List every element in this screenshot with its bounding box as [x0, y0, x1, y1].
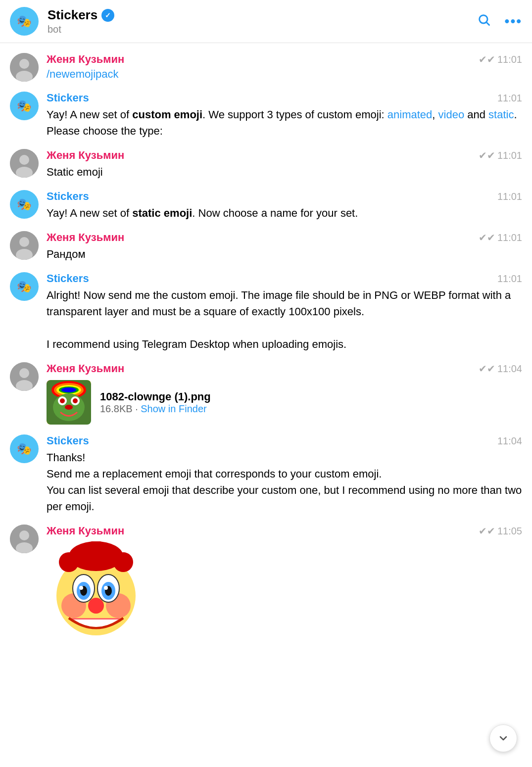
- message-content: Женя Кузьмин ✔✔ 11:04: [47, 362, 522, 425]
- message-header: Женя Кузьмин ✔✔ 11:04: [47, 362, 522, 375]
- message-row: 🎭 Stickers 11:04 Thanks! Send me a repla…: [0, 430, 532, 520]
- message-header: Женя Кузьмин ✔✔ 11:01: [47, 149, 522, 162]
- sticker-message: [47, 541, 522, 640]
- sender-name: Женя Кузьмин: [47, 53, 124, 66]
- message-time: ✔✔ 11:01: [479, 149, 522, 161]
- message-text: /newemojipack: [47, 68, 522, 81]
- header-icons: •••: [477, 13, 522, 30]
- message-row: Женя Кузьмин ✔✔ 11:04: [0, 357, 532, 430]
- message-text: Static emoji: [47, 164, 522, 180]
- user-avatar: [10, 53, 39, 82]
- header-name: Stickers ✓: [48, 7, 477, 23]
- sender-name: Stickers: [47, 92, 89, 104]
- message-time: 11:01: [497, 273, 522, 285]
- message-header: Женя Кузьмин ✔✔ 11:05: [47, 525, 522, 537]
- file-thumbnail: [47, 380, 91, 425]
- message-text: Рандом: [47, 246, 522, 262]
- sender-name: Stickers: [47, 272, 89, 285]
- sender-name: Женя Кузьмин: [47, 149, 124, 162]
- svg-point-25: [65, 405, 73, 410]
- double-check-icon: ✔✔: [479, 525, 495, 537]
- message-time: ✔✔ 11:04: [479, 363, 522, 375]
- message-row: 🎭 Stickers 11:01 Yay! A new set of stati…: [0, 185, 532, 226]
- bot-avatar: 🎭: [10, 272, 39, 301]
- header-avatar: 🎭: [10, 7, 39, 36]
- user-avatar: [10, 231, 39, 260]
- message-content: Женя Кузьмин ✔✔ 11:01 Рандом: [47, 231, 522, 262]
- user-avatar: [10, 362, 39, 391]
- message-text: Alright! Now send me the custom emoji. T…: [47, 287, 522, 352]
- svg-point-24: [73, 398, 78, 403]
- message-content: Женя Кузьмин ✔✔ 11:01 Static emoji: [47, 149, 522, 180]
- message-header: Stickers 11:04: [47, 434, 522, 447]
- message-row: Женя Кузьмин ✔✔ 11:05: [0, 520, 532, 645]
- message-row: Женя Кузьмин ✔✔ 11:01 /newemojipack: [0, 48, 532, 87]
- message-row: 🎭 Stickers 11:01 Yay! A new set of custo…: [0, 87, 532, 144]
- message-text: Thanks! Send me a replacement emoji that…: [47, 449, 522, 515]
- bot-name: Stickers: [48, 7, 97, 23]
- header-subtitle: bot: [48, 24, 477, 35]
- svg-point-9: [19, 237, 29, 247]
- message-row: 🎭 Stickers 11:01 Alright! Now send me th…: [0, 267, 532, 357]
- message-text: Yay! A new set of static emoji. Now choo…: [47, 205, 522, 221]
- sender-name: Stickers: [47, 434, 89, 447]
- sender-name: Женя Кузьмин: [47, 362, 124, 375]
- message-time: 11:01: [497, 93, 522, 104]
- message-content: Женя Кузьмин ✔✔ 11:05: [47, 525, 522, 640]
- message-header: Stickers 11:01: [47, 92, 522, 104]
- double-check-icon: ✔✔: [479, 363, 495, 375]
- message-header: Женя Кузьмин ✔✔ 11:01: [47, 231, 522, 244]
- svg-point-3: [19, 59, 29, 69]
- message-time: 11:01: [497, 191, 522, 202]
- double-check-icon: ✔✔: [479, 149, 495, 161]
- file-meta: 16.8KB · Show in Finder: [100, 403, 211, 415]
- svg-point-6: [19, 155, 29, 165]
- message-text: Yay! A new set of custom emoji. We suppo…: [47, 106, 522, 139]
- show-in-finder-link[interactable]: Show in Finder: [141, 403, 206, 414]
- svg-point-39: [104, 586, 108, 590]
- chat-area: Женя Кузьмин ✔✔ 11:01 /newemojipack 🎭 St…: [0, 43, 532, 650]
- search-icon[interactable]: [477, 13, 491, 30]
- chat-header: 🎭 Stickers ✓ bot •••: [0, 0, 532, 43]
- message-time: ✔✔ 11:01: [479, 232, 522, 243]
- file-info: 1082-clownge (1).png 16.8KB · Show in Fi…: [100, 390, 211, 415]
- scroll-down-button[interactable]: [489, 724, 517, 752]
- svg-point-40: [88, 598, 104, 614]
- bot-avatar: 🎭: [10, 190, 39, 219]
- svg-point-12: [19, 368, 29, 378]
- svg-point-19: [61, 387, 76, 392]
- verified-badge: ✓: [101, 9, 114, 22]
- message-row: Женя Кузьмин ✔✔ 11:01 Static emoji: [0, 144, 532, 185]
- double-check-icon: ✔✔: [479, 53, 495, 65]
- message-time: ✔✔ 11:05: [479, 525, 522, 537]
- header-info: Stickers ✓ bot: [48, 7, 477, 35]
- sender-name: Женя Кузьмин: [47, 231, 124, 244]
- message-content: Stickers 11:04 Thanks! Send me a replace…: [47, 434, 522, 515]
- double-check-icon: ✔✔: [479, 232, 495, 243]
- message-row: Женя Кузьмин ✔✔ 11:01 Рандом: [0, 226, 532, 267]
- user-avatar: [10, 525, 39, 553]
- message-time: ✔✔ 11:01: [479, 53, 522, 65]
- message-time: 11:04: [497, 435, 522, 447]
- svg-point-27: [19, 530, 29, 540]
- sticker-image: [47, 541, 145, 640]
- message-content: Stickers 11:01 Alright! Now send me the …: [47, 272, 522, 352]
- message-content: Stickers 11:01 Yay! A new set of custom …: [47, 92, 522, 139]
- svg-point-38: [79, 586, 83, 590]
- message-header: Stickers 11:01: [47, 272, 522, 285]
- sender-name: Женя Кузьмин: [47, 525, 124, 537]
- sender-name: Stickers: [47, 190, 89, 203]
- bot-avatar: 🎭: [10, 434, 39, 463]
- message-header: Stickers 11:01: [47, 190, 522, 203]
- file-attachment: 1082-clownge (1).png 16.8KB · Show in Fi…: [47, 380, 522, 425]
- bot-avatar: 🎭: [10, 92, 39, 120]
- message-content: Stickers 11:01 Yay! A new set of static …: [47, 190, 522, 221]
- message-header: Женя Кузьмин ✔✔ 11:01: [47, 53, 522, 66]
- svg-point-23: [60, 398, 65, 403]
- user-avatar: [10, 149, 39, 178]
- message-content: Женя Кузьмин ✔✔ 11:01 /newemojipack: [47, 53, 522, 81]
- more-icon[interactable]: •••: [505, 13, 522, 29]
- file-name: 1082-clownge (1).png: [100, 390, 211, 403]
- svg-line-1: [486, 22, 489, 25]
